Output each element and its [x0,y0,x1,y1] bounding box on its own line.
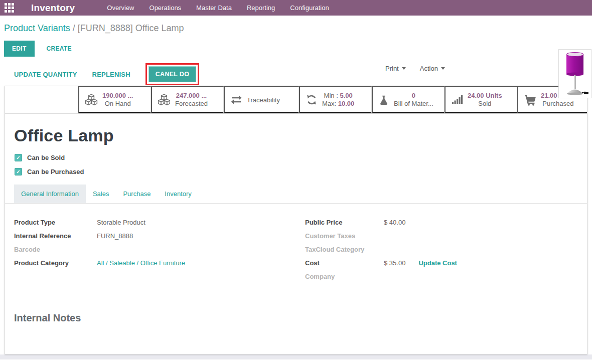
print-dropdown[interactable]: Print [385,65,406,72]
caret-down-icon [402,67,406,70]
top-navbar: Inventory Overview Operations Master Dat… [0,0,592,16]
action-dropdown-label: Action [420,65,438,72]
bom-stat-button[interactable]: 0 Bill of Mater... [372,86,445,113]
cost-label: Cost [305,259,384,267]
annotation-highlight-box: CANEL DO [145,63,199,85]
purchased-label: Purchased [542,100,573,107]
nav-item-master-data[interactable]: Master Data [196,4,232,12]
taxcloud-category-label: TaxCloud Category [305,246,384,253]
on-hand-stat-button[interactable]: 190.000 ... On Hand [78,86,151,113]
sold-stat-button[interactable]: 24.00 Units Sold [445,86,517,113]
min-value: 5.00 [340,92,352,99]
refresh-icon [306,94,318,106]
cost-value: $ 35.00 [384,259,405,267]
nav-item-operations[interactable]: Operations [150,4,182,12]
exchange-icon [230,94,242,106]
flask-icon [378,94,389,106]
product-form-sheet: 190.000 ... On Hand 247.000 ... Forecast… [5,86,587,354]
nav-item-configuration[interactable]: Configuration [290,4,329,12]
bar-chart-icon [451,94,463,106]
object-buttons-row: UPDATE QUANTITY REPLENISH CANEL DO [4,63,592,86]
internal-notes-heading: Internal Notes [14,312,578,324]
breadcrumb-current: [FURN_8888] Office Lamp [78,23,184,33]
bom-label: Bill of Mater... [394,100,433,107]
product-image [558,49,591,98]
print-dropdown-label: Print [385,65,399,72]
internal-reference-field: Internal Reference FURN_8888 [14,232,296,246]
apps-grid-icon[interactable] [5,3,14,13]
nav-item-overview[interactable]: Overview [107,4,134,12]
page-background-strip [0,354,592,359]
internal-reference-label: Internal Reference [14,232,97,240]
update-quantity-button[interactable]: UPDATE QUANTITY [14,71,77,78]
caret-down-icon [441,67,445,70]
traceability-label: Traceability [247,96,280,104]
max-label: Max: [322,100,336,107]
taxcloud-category-field: TaxCloud Category [305,246,578,259]
breadcrumb-parent[interactable]: Product Variants [4,23,70,33]
customer-taxes-label: Customer Taxes [305,232,384,240]
stat-button-row: 190.000 ... On Hand 247.000 ... Forecast… [5,86,587,114]
sold-label: Sold [478,100,491,107]
can-be-purchased-label: Can be Purchased [27,168,84,175]
update-cost-button[interactable]: Update Cost [418,259,457,267]
public-price-value: $ 40.00 [384,219,405,226]
public-price-field: Public Price $ 40.00 [305,219,578,232]
nav-item-reporting[interactable]: Reporting [247,4,275,12]
forecasted-stat-button[interactable]: 247.000 ... Forecasted [151,86,224,113]
cancel-do-button[interactable]: CANEL DO [149,66,196,82]
cart-icon [524,94,536,106]
traceability-stat-button[interactable]: Traceability [224,86,299,113]
customer-taxes-field: Customer Taxes [305,232,578,246]
can-be-sold-label: Can be Sold [27,154,65,161]
replenish-button[interactable]: REPLENISH [92,71,130,78]
sold-value: 24.00 Units [468,92,502,100]
public-price-label: Public Price [305,219,384,226]
tab-sales[interactable]: Sales [86,185,116,203]
cubes-icon [85,93,98,106]
control-panel: Product Variants / [FURN_8888] Office La… [0,16,592,86]
can-be-purchased-checkbox[interactable] [15,168,22,175]
stat-row-spacer [5,86,78,113]
general-information-form: Product Type Storable Product Internal R… [14,204,578,286]
main-menu: Overview Operations Master Data Reportin… [107,4,329,12]
product-type-field: Product Type Storable Product [14,219,296,232]
cubes-icon [158,93,171,106]
forecasted-label: Forecasted [175,100,208,107]
barcode-field: Barcode [14,246,296,259]
tab-general-information[interactable]: General Information [14,185,86,203]
breadcrumb: Product Variants / [FURN_8888] Office La… [4,23,592,34]
forecasted-value: 247.000 ... [175,92,208,100]
can-be-sold-checkbox[interactable] [15,154,22,161]
create-button[interactable]: CREATE [47,45,72,52]
breadcrumb-separator: / [70,23,78,33]
bom-value: 0 [394,92,433,100]
app-title[interactable]: Inventory [31,3,75,14]
product-type-label: Product Type [14,219,97,226]
tab-purchase[interactable]: Purchase [116,185,158,203]
reordering-rules-stat-button[interactable]: Min : 5.00 Max: 10.00 [299,86,372,113]
barcode-label: Barcode [14,246,97,253]
product-type-value: Storable Product [97,219,145,226]
on-hand-label: On Hand [105,100,131,107]
company-field: Company [305,273,578,286]
on-hand-value: 190.000 ... [102,92,133,100]
product-category-field: Product Category All / Saleable / Office… [14,259,296,273]
office-lamp-photo [560,51,590,96]
internal-reference-value: FURN_8888 [97,232,133,240]
edit-button[interactable]: EDIT [4,41,35,57]
product-category-link[interactable]: All / Saleable / Office Furniture [97,259,185,267]
product-category-label: Product Category [14,259,97,267]
cost-field: Cost $ 35.00 Update Cost [305,259,578,273]
product-title: Office Lamp [14,126,578,145]
max-value: 10.00 [338,100,355,107]
company-label: Company [305,273,384,280]
action-dropdown[interactable]: Action [420,65,445,72]
min-label: Min : [324,92,338,99]
notebook-tabs: General Information Sales Purchase Inven… [5,185,587,204]
tab-inventory[interactable]: Inventory [158,185,198,203]
